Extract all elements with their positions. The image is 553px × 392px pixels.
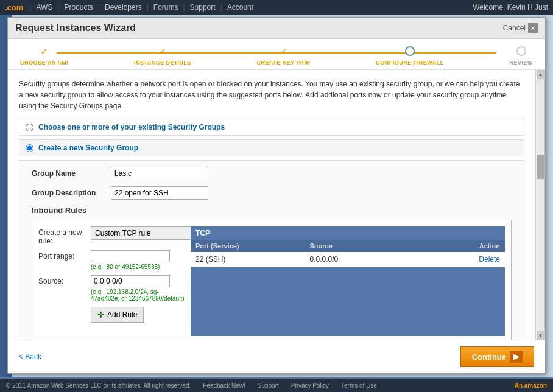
scrollbar-down-button[interactable]: ▼	[537, 331, 545, 340]
step-instance-details[interactable]: ✓ INSTANCE DETAILS	[134, 45, 191, 66]
tcp-cell-action: Delete	[424, 255, 500, 264]
modal-content: Security groups determine whether a netw…	[8, 70, 535, 340]
tcp-column-headers: Port (Service) Source Action	[191, 240, 505, 252]
cancel-label: Cancel	[503, 24, 526, 32]
step-circle-5	[515, 45, 527, 57]
inbound-rules-title: Inbound Rules	[32, 206, 512, 215]
table-row: 22 (SSH) 0.0.0.0/0 Delete	[191, 252, 505, 267]
modal-body: Security groups determine whether a netw…	[8, 70, 545, 340]
tcp-section-label: TCP	[191, 226, 505, 240]
radio-create-input[interactable]	[26, 144, 33, 152]
step-label-5: REVIEW	[509, 60, 533, 66]
source-hint: (e.g., 192.168.2.0/24, sg-47ad482e, or 1…	[91, 289, 185, 302]
radio-existing-input[interactable]	[26, 124, 33, 131]
close-icon[interactable]: ✕	[528, 23, 538, 33]
step-label-1: CHOOSE AN AMI	[20, 60, 68, 66]
welcome-text: Welcome, Kevin H Just	[473, 3, 548, 12]
radio-create-new-security-group[interactable]: Create a new Security Group	[19, 139, 524, 156]
scrollbar-track	[537, 79, 545, 331]
port-range-label: Port range:	[38, 250, 87, 261]
copyright-text: © 2011 Amazon Web Services LLC or its af…	[6, 382, 191, 389]
port-range-row: Port range: (e.g., 80 or 49152-65535)	[38, 250, 185, 270]
add-rule-button[interactable]: ✛ Add Rule	[91, 307, 144, 323]
nav-link-support[interactable]: Support	[186, 3, 219, 12]
step-label-3: CREATE KEY PAIR	[256, 60, 310, 66]
tcp-cell-source: 0.0.0.0/0	[310, 255, 424, 264]
create-rule-form: Create a new rule: Custom TCP rule SSH H…	[38, 226, 185, 336]
port-range-hint: (e.g., 80 or 49152-65535)	[91, 264, 170, 270]
tcp-col-action: Action	[424, 242, 500, 250]
source-row: Source: (e.g., 192.168.2.0/24, sg-47ad48…	[38, 275, 185, 302]
group-desc-input[interactable]	[111, 186, 208, 200]
support-link[interactable]: Support	[258, 382, 279, 389]
source-label: Source:	[38, 275, 87, 285]
amazon-brand: An amazon	[515, 382, 547, 389]
step-check-2: ✓	[157, 45, 169, 57]
modal-header: Request Instances Wizard Cancel ✕	[8, 18, 545, 39]
radio-create-label: Create a new Security Group	[38, 144, 138, 152]
delete-link[interactable]: Delete	[479, 255, 500, 264]
step-create-key-pair[interactable]: ✓ CREATE KEY PAIR	[256, 45, 310, 66]
group-desc-row: Group Description	[32, 186, 512, 200]
modal-scrollbar: ▲ ▼	[535, 70, 545, 340]
tcp-cell-port: 22 (SSH)	[195, 255, 310, 264]
tcp-table-container: TCP Port (Service) Source Action 22 (SSH…	[191, 226, 505, 336]
tcp-col-source: Source	[310, 242, 424, 250]
step-check-3: ✓	[277, 45, 289, 57]
group-desc-label: Group Description	[32, 189, 105, 197]
continue-arrow-icon: ▶	[510, 351, 523, 363]
step-circle-4	[404, 45, 416, 57]
continue-label: Continue	[472, 352, 506, 362]
step-label-2: INSTANCE DETAILS	[134, 60, 191, 66]
tcp-col-port: Port (Service)	[195, 242, 310, 250]
nav-link-aws[interactable]: AWS	[32, 3, 56, 12]
step-label-4: CONFIGURE FIREWALL	[376, 60, 444, 66]
add-rule-label: Add Rule	[107, 310, 137, 319]
continue-button[interactable]: Continue ▶	[460, 346, 534, 367]
nav-link-products[interactable]: Products	[60, 3, 96, 12]
privacy-link[interactable]: Privacy Policy	[291, 382, 329, 389]
group-name-label: Group Name	[32, 169, 105, 178]
modal-title: Request Instances Wizard	[15, 23, 136, 33]
step-configure-firewall[interactable]: CONFIGURE FIREWALL	[376, 45, 444, 66]
nav-link-forums[interactable]: Forums	[150, 3, 182, 12]
wizard-steps: ✓ CHOOSE AN AMI ✓ INSTANCE DETAILS ✓ CRE…	[8, 39, 545, 70]
modal-footer: < Back Continue ▶	[8, 340, 545, 373]
step-choose-ami[interactable]: ✓ CHOOSE AN AMI	[20, 45, 68, 66]
terms-link[interactable]: Terms of Use	[341, 382, 377, 389]
nav-brand: .com	[5, 3, 23, 12]
scrollbar-up-button[interactable]: ▲	[537, 70, 545, 79]
bottom-bar: © 2011 Amazon Web Services LLC or its af…	[0, 379, 553, 392]
create-rule-row: Create a new rule: Custom TCP rule SSH H…	[38, 226, 185, 245]
form-section: Group Name Group Description Inbound Rul…	[19, 160, 524, 340]
nav-link-account[interactable]: Account	[224, 3, 257, 12]
feedback-link[interactable]: Feedback New!	[203, 382, 245, 389]
create-rule-label: Create a new rule:	[38, 226, 87, 245]
nav-link-developers[interactable]: Developers	[101, 3, 146, 12]
step-review[interactable]: REVIEW	[509, 45, 533, 66]
cancel-button[interactable]: Cancel ✕	[503, 23, 538, 33]
radio-existing-label: Choose one or more of your existing Secu…	[38, 123, 225, 131]
source-input[interactable]	[91, 275, 170, 287]
page: .com | AWS | Products | Developers | For…	[0, 0, 553, 392]
top-nav: .com | AWS | Products | Developers | For…	[0, 0, 553, 15]
rules-container: Create a new rule: Custom TCP rule SSH H…	[32, 220, 512, 340]
step-check-1: ✓	[38, 45, 51, 57]
plus-icon: ✛	[97, 310, 105, 320]
back-button[interactable]: < Back	[19, 352, 41, 361]
radio-existing-security-groups[interactable]: Choose one or more of your existing Secu…	[19, 119, 524, 136]
group-name-input[interactable]	[111, 167, 208, 180]
port-range-input[interactable]	[91, 250, 170, 262]
description-text: Security groups determine whether a netw…	[19, 79, 524, 111]
modal-dialog: Request Instances Wizard Cancel ✕ ✓ CHOO…	[7, 17, 546, 374]
group-name-row: Group Name	[32, 167, 512, 180]
scrollbar-thumb[interactable]	[537, 155, 544, 179]
